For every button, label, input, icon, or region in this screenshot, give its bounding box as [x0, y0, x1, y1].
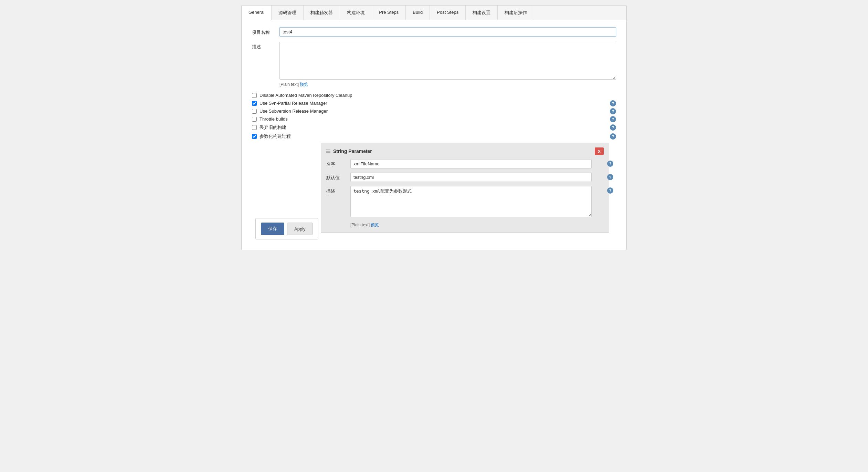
page-wrapper: General 源码管理 构建触发器 构建环境 Pre Steps Build …: [0, 0, 868, 472]
param-format-hint: [Plain text] 预览: [350, 222, 592, 228]
tab-general[interactable]: General: [242, 6, 272, 20]
help-icon-parameterize[interactable]: ?: [610, 133, 616, 140]
param-preview-link[interactable]: 预览: [371, 223, 379, 227]
close-param-button[interactable]: X: [595, 147, 604, 155]
tab-build[interactable]: Build: [406, 6, 430, 20]
param-header: String Parameter X: [326, 147, 604, 155]
description-label: 描述: [252, 42, 279, 50]
param-description-wrap: testng.xml配置为参数形式 ?: [350, 186, 604, 218]
string-parameter-panel: String Parameter X 名字 ? 默认值 ?: [321, 143, 609, 233]
description-textarea[interactable]: [279, 42, 616, 80]
param-default-wrap: ?: [350, 173, 604, 182]
param-name-input[interactable]: [350, 159, 592, 168]
checkbox-use-subversion-row: Use Subversion Release Manager ?: [252, 109, 616, 114]
tab-pre-steps[interactable]: Pre Steps: [372, 6, 406, 20]
param-default-row: 默认值 ?: [326, 173, 604, 182]
checkbox-section: Disable Automated Maven Repository Clean…: [252, 93, 616, 140]
main-content: 项目名称 描述 [Plain text] 预览 D: [242, 20, 626, 250]
tab-build-env[interactable]: 构建环境: [340, 6, 372, 20]
checkbox-disable-maven-label: Disable Automated Maven Repository Clean…: [260, 93, 352, 98]
checkbox-throttle-builds[interactable]: [252, 117, 257, 122]
param-name-label: 名字: [326, 159, 350, 167]
apply-button[interactable]: Apply: [287, 223, 313, 235]
checkbox-use-svn-partial-row: Use Svn-Partial Release Manager ?: [252, 101, 616, 106]
tab-post-steps[interactable]: Post Steps: [430, 6, 466, 20]
checkbox-parameterize[interactable]: [252, 134, 257, 139]
param-title: String Parameter: [333, 148, 595, 154]
checkbox-disable-maven[interactable]: [252, 93, 257, 98]
help-icon-throttle[interactable]: ?: [610, 116, 616, 122]
param-name-wrap: ?: [350, 159, 604, 168]
help-icon-param-name[interactable]: ?: [607, 161, 613, 167]
tab-source-mgmt[interactable]: 源码管理: [272, 6, 304, 20]
param-default-input[interactable]: [350, 173, 592, 182]
help-icon-subversion[interactable]: ?: [610, 108, 616, 114]
drag-handle[interactable]: [326, 150, 330, 153]
param-description-textarea[interactable]: testng.xml配置为参数形式: [350, 186, 592, 217]
project-name-input[interactable]: [279, 27, 616, 37]
param-description-row: 描述 testng.xml配置为参数形式 ?: [326, 186, 604, 218]
project-name-label: 项目名称: [252, 27, 279, 35]
checkbox-discard-builds-label: 丢弃旧的构建: [260, 124, 286, 131]
tab-post-build[interactable]: 构建后操作: [498, 6, 534, 20]
param-description-label: 描述: [326, 186, 350, 194]
checkbox-discard-builds-row: 丢弃旧的构建 ?: [252, 124, 616, 131]
help-icon-param-default[interactable]: ?: [607, 174, 613, 180]
checkbox-use-subversion[interactable]: [252, 109, 257, 114]
bottom-bar: 保存 Apply: [255, 218, 318, 239]
checkbox-parameterize-row: 参数化构建过程 ?: [252, 133, 616, 140]
tab-build-settings[interactable]: 构建设置: [466, 6, 498, 20]
param-name-row: 名字 ?: [326, 159, 604, 168]
checkbox-disable-maven-row: Disable Automated Maven Repository Clean…: [252, 93, 616, 98]
help-icon-discard[interactable]: ?: [610, 124, 616, 131]
config-panel: General 源码管理 构建触发器 构建环境 Pre Steps Build …: [241, 5, 627, 250]
checkbox-parameterize-label: 参数化构建过程: [260, 133, 291, 140]
checkbox-throttle-builds-label: Throttle builds: [260, 116, 288, 122]
description-format-hint: [Plain text] 预览: [279, 82, 616, 88]
project-name-control: [279, 27, 616, 37]
help-icon-svn-partial[interactable]: ?: [610, 100, 616, 106]
description-preview-link[interactable]: 预览: [300, 82, 308, 87]
help-icon-param-desc[interactable]: ?: [607, 187, 613, 194]
param-format-hint-row: [Plain text] 预览: [350, 222, 604, 228]
checkbox-discard-builds[interactable]: [252, 125, 257, 130]
tab-build-trigger[interactable]: 构建触发器: [304, 6, 340, 20]
project-name-row: 项目名称: [252, 27, 616, 37]
save-button[interactable]: 保存: [261, 223, 284, 235]
checkbox-use-subversion-label: Use Subversion Release Manager: [260, 109, 328, 114]
description-control: [Plain text] 预览: [279, 42, 616, 88]
checkbox-use-svn-partial[interactable]: [252, 101, 257, 106]
checkbox-throttle-builds-row: Throttle builds ?: [252, 116, 616, 122]
tabs-bar: General 源码管理 构建触发器 构建环境 Pre Steps Build …: [242, 6, 626, 20]
description-row: 描述 [Plain text] 预览: [252, 42, 616, 88]
param-default-label: 默认值: [326, 173, 350, 181]
checkbox-use-svn-partial-label: Use Svn-Partial Release Manager: [260, 101, 327, 106]
